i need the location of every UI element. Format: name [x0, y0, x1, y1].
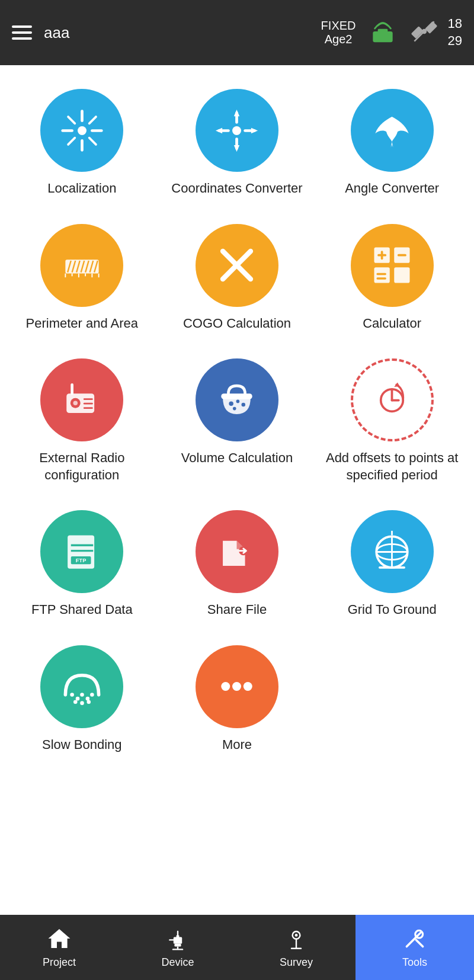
- ftp-icon: FTP: [40, 510, 123, 593]
- svg-marker-17: [234, 109, 239, 116]
- svg-line-100: [406, 936, 417, 947]
- tool-add-offsets[interactable]: Add offsets to points at specified perio…: [316, 347, 468, 492]
- grid-ground-icon: [351, 510, 434, 593]
- gps-fixed-label: FIXED: [321, 19, 356, 33]
- volume-label: Volume Calculation: [181, 450, 293, 467]
- app-header: aaa FIXED Age2 18 29: [0, 0, 474, 65]
- more-label: More: [222, 736, 252, 754]
- perimeter-label: Perimeter and Area: [26, 315, 139, 332]
- angle-label: Angle Converter: [345, 180, 439, 197]
- gps-age-label: Age2: [325, 33, 353, 46]
- tool-angle-converter[interactable]: Angle Converter: [316, 77, 468, 206]
- calculator-icon: [351, 224, 434, 307]
- svg-rect-2: [411, 26, 423, 39]
- satellite-counts: 18 29: [448, 15, 462, 49]
- svg-point-57: [229, 401, 234, 406]
- slow-bonding-icon: [40, 645, 123, 728]
- localization-label: Localization: [47, 180, 116, 197]
- nav-tools[interactable]: Tools: [356, 915, 474, 980]
- svg-line-103: [416, 940, 422, 946]
- svg-point-58: [236, 399, 240, 403]
- svg-point-6: [78, 126, 87, 135]
- svg-point-59: [242, 402, 246, 406]
- nav-device-label: Device: [161, 956, 194, 969]
- svg-line-14: [68, 137, 75, 144]
- svg-point-52: [73, 401, 78, 405]
- nav-project[interactable]: Project: [0, 915, 118, 980]
- svg-rect-89: [174, 937, 182, 943]
- svg-rect-93: [174, 943, 181, 946]
- nav-survey[interactable]: Survey: [237, 915, 356, 980]
- svg-point-60: [233, 406, 236, 410]
- radio-label: External Radio configuration: [12, 450, 152, 483]
- svg-marker-23: [251, 127, 258, 133]
- svg-point-86: [232, 682, 241, 691]
- nav-tools-label: Tools: [402, 956, 427, 969]
- tool-localization[interactable]: Localization: [6, 77, 158, 206]
- svg-point-87: [244, 682, 252, 691]
- grid-ground-label: Grid To Ground: [348, 601, 437, 619]
- svg-text:FTP: FTP: [76, 558, 87, 563]
- svg-rect-1: [377, 29, 387, 33]
- tool-external-radio[interactable]: External Radio configuration: [6, 347, 158, 492]
- tool-grid-to-ground[interactable]: Grid To Ground: [316, 498, 468, 627]
- cogo-label: COGO Calculation: [183, 315, 291, 332]
- localization-icon: [40, 89, 123, 172]
- svg-point-80: [85, 697, 89, 701]
- tool-volume-calculation[interactable]: Volume Calculation: [161, 347, 313, 492]
- count-top: 18: [448, 15, 462, 33]
- svg-point-84: [87, 700, 91, 704]
- svg-point-82: [73, 700, 78, 704]
- svg-point-15: [232, 126, 241, 135]
- svg-point-79: [80, 693, 84, 697]
- svg-marker-64: [394, 382, 399, 387]
- svg-rect-0: [373, 31, 392, 42]
- tool-slow-bonding[interactable]: Slow Bonding: [6, 633, 158, 763]
- svg-rect-3: [425, 21, 437, 34]
- cogo-icon: [196, 224, 278, 307]
- tool-perimeter-area[interactable]: Perimeter and Area: [6, 212, 158, 341]
- offsets-label: Add offsets to points at specified perio…: [322, 450, 462, 483]
- coordinates-label: Coordinates Converter: [171, 180, 302, 197]
- share-label: Share File: [207, 601, 267, 619]
- svg-marker-21: [216, 127, 222, 133]
- tool-calculator[interactable]: Calculator: [316, 212, 468, 341]
- tools-grid: Localization Coordinates Converter: [6, 77, 468, 768]
- calculator-label: Calculator: [363, 315, 421, 332]
- home-icon: [47, 927, 71, 953]
- svg-rect-56: [222, 393, 253, 399]
- tool-share-file[interactable]: Share File: [161, 498, 313, 627]
- nav-survey-label: Survey: [280, 956, 313, 969]
- svg-line-13: [89, 117, 96, 123]
- radio-icon: [40, 358, 123, 441]
- tool-more[interactable]: More: [161, 633, 313, 763]
- tool-cogo-calculation[interactable]: COGO Calculation: [161, 212, 313, 341]
- svg-point-78: [76, 697, 80, 701]
- gps-status: FIXED Age2: [321, 19, 356, 46]
- nav-device[interactable]: Device: [118, 915, 237, 980]
- angle-icon: [351, 89, 434, 172]
- ftp-label: FTP Shared Data: [31, 601, 133, 619]
- wifi-icon: [368, 17, 398, 49]
- menu-button[interactable]: [12, 25, 32, 40]
- svg-rect-43: [394, 267, 409, 283]
- nav-project-label: Project: [43, 956, 76, 969]
- bottom-navigation: Project Device Survey: [0, 915, 474, 980]
- satellite-icon: [409, 17, 439, 49]
- perimeter-icon: [40, 224, 123, 307]
- slow-bonding-label: Slow Bonding: [42, 736, 122, 754]
- more-icon: [196, 645, 278, 728]
- device-icon: [166, 927, 190, 953]
- svg-marker-19: [234, 145, 239, 151]
- tools-icon: [403, 927, 427, 953]
- username-label: aaa: [44, 24, 69, 42]
- tool-coordinates-converter[interactable]: Coordinates Converter: [161, 77, 313, 206]
- offsets-icon: [351, 358, 434, 441]
- svg-point-99: [295, 934, 298, 937]
- svg-point-77: [70, 693, 74, 697]
- coordinates-icon: [196, 89, 278, 172]
- tool-ftp-shared-data[interactable]: FTP FTP Shared Data: [6, 498, 158, 627]
- svg-line-12: [89, 137, 96, 144]
- svg-line-102: [417, 932, 421, 936]
- volume-icon: [196, 358, 278, 441]
